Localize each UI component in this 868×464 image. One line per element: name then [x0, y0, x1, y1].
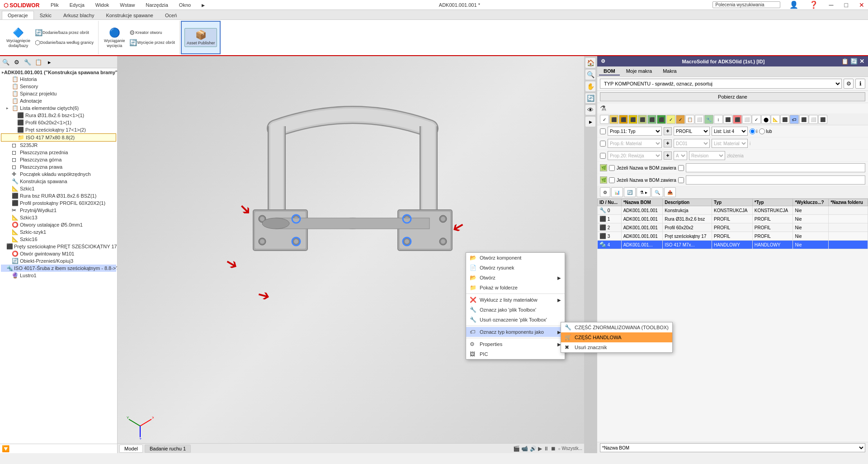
filter-prop-1[interactable]: Prop.11: Typ [608, 127, 662, 136]
menu-expand[interactable]: ▸ [200, 0, 207, 9]
rp-tb-24[interactable]: ⬛ [818, 115, 827, 124]
vt-zoom[interactable]: 🔍 [585, 70, 595, 80]
fetch-btn[interactable]: Pobierz dane [600, 92, 865, 101]
btn-wyciagnij-wycięcie[interactable]: 🔵 Wyciąganiewycięcia [102, 26, 127, 49]
cm-item-9[interactable]: 🖼 PIC [466, 349, 565, 359]
menu-edycja[interactable]: Edycja [68, 1, 86, 9]
rp-tb-4[interactable]: ⬛ [628, 115, 637, 124]
menu-plik[interactable]: Plik [49, 1, 61, 9]
rp-tb-21[interactable]: 🏷 [790, 115, 799, 124]
vt-more[interactable]: ▸ [585, 117, 595, 127]
rp-tb-11[interactable]: ⬜ [695, 115, 704, 124]
radio-lub[interactable] [759, 128, 765, 134]
cm-item-4[interactable]: ❌ Wyklucz z listy materiałów ▶ [466, 295, 565, 305]
cm-item-6[interactable]: 🔧 Usuń oznaczenie 'plik Toolbox' [466, 315, 565, 325]
menu-okno[interactable]: Okno [177, 1, 193, 9]
tree-item-21[interactable]: 📐 Szkic-szyk1 [1, 228, 116, 236]
cm-item-8[interactable]: ⚙ Properties ▶ [466, 339, 565, 349]
tree-item-15[interactable]: 📐 Szkic1 [1, 185, 116, 192]
cm-item-7[interactable]: 🏷 Oznacz typ komponentu jako ▶ [466, 327, 565, 337]
tree-item-19[interactable]: 📐 Szkic13 [1, 214, 116, 221]
tree-item-4[interactable]: ▸ 📋 Lista elementów ciętych(6) [1, 104, 116, 112]
act-refresh[interactable]: 🔄 [624, 187, 636, 197]
menu-widok[interactable]: Widok [94, 1, 111, 9]
filter-list-1[interactable]: List: List 4 [712, 127, 748, 136]
btn-wyciece-przez-obrot[interactable]: 🔄 Wycięcie przez obrót [127, 38, 176, 47]
sm-item-2[interactable]: ✖ Usuń znacznik [561, 342, 672, 352]
table-row[interactable]: 🔧 0 ADK001.001.001 Konstrukcja KONSTRUKC… [598, 206, 868, 215]
btn-creator-otworu[interactable]: ⚙ Kreator otworu [127, 28, 176, 37]
tree-item-18[interactable]: ✂ Przytnij/Wydłuż1 [1, 207, 116, 214]
tree-item-1[interactable]: 📋 Sensory [1, 83, 116, 90]
filter-list-3[interactable]: Revision [689, 151, 725, 160]
tree-item-8[interactable]: 📁 ISO 417 M7x80 8.8(2) [1, 133, 116, 142]
rp-tb-6[interactable]: ⬛ [647, 115, 656, 124]
filter-op-2[interactable]: + [664, 139, 672, 147]
tab-konstrukcje[interactable]: Konstrukcje spawane [100, 11, 159, 19]
tree-item-23[interactable]: ⬛ Pręty sześciokątne PRĘT SZEŚCIOKĄTNY 1… [1, 243, 116, 250]
vt-home[interactable]: 🏠 [585, 58, 595, 68]
rp-tb-22[interactable]: ⬛ [799, 115, 808, 124]
tree-item-22[interactable]: 📐 Szkic16 [1, 236, 116, 243]
tb-btn-3[interactable]: 🔧 [23, 57, 33, 67]
rp-tb-16[interactable]: ⬜ [742, 115, 751, 124]
rp-tb-19[interactable]: 📐 [771, 115, 780, 124]
table-row[interactable]: ⬛ 2 ADK001.001.001 Profil 60x20x2 PROFIL… [598, 223, 868, 232]
rp-tb-17[interactable]: ✓ [752, 115, 761, 124]
rp-tab-moje[interactable]: Moje makra [622, 67, 656, 76]
filter-val-2[interactable]: DC01 [674, 139, 710, 148]
name-filter-check-1b[interactable] [678, 165, 684, 171]
rp-tb-14[interactable]: ⬛ [723, 115, 732, 124]
filter-icon[interactable]: 🔽 [2, 445, 9, 452]
name-filter-check-2[interactable] [609, 177, 615, 183]
tb-btn-4[interactable]: 📋 [33, 57, 43, 67]
act-filter[interactable]: ⚗ ▸ [637, 187, 651, 197]
filter-prop-3[interactable]: Prop.20: Rewizja [608, 151, 662, 160]
rp-settings-btn[interactable]: ⚙ [844, 79, 854, 89]
help-icon[interactable]: ❓ [807, 0, 820, 10]
vt-view[interactable]: 👁 [585, 105, 595, 115]
name-filter-input-2[interactable] [686, 175, 865, 185]
rp-tb-7[interactable]: ⬛ [657, 115, 666, 124]
tree-item-14[interactable]: 🔧 Konstrukcja spawana [1, 178, 116, 185]
tree-item-25[interactable]: 🔄 Obiekt-Przenieś/Kopiuj3 [1, 257, 116, 265]
act-settings[interactable]: ⚙ [600, 187, 610, 197]
table-row[interactable]: ⬛ 1 ADK001.001.001 Rura Ø31.8x2.6 bsz PR… [598, 215, 868, 223]
name-filter-check-1[interactable] [609, 165, 615, 171]
tree-item-24[interactable]: ⭕ Otwór gwintowany M101 [1, 250, 116, 257]
vt-rotate[interactable]: 🔄 [585, 93, 595, 103]
tree-item-16[interactable]: ⬛ Rura bsz RURA Ø31.8x2.6 BSZ(1) [1, 192, 116, 199]
close-btn[interactable]: ✕ [857, 1, 866, 9]
btn-wyciagnij-scieze[interactable]: ⬡ Dodanie/baza według granicy [33, 38, 95, 47]
rp-tb-2[interactable]: ⬛ [609, 115, 618, 124]
act-search[interactable]: 🔍 [651, 187, 663, 197]
tb-btn-5[interactable]: ▸ [44, 57, 54, 67]
cm-item-2[interactable]: 📂 Otwórz ▶ [466, 273, 565, 283]
rp-tab-makra[interactable]: Makra [658, 67, 681, 76]
rp-tb-8[interactable]: ✓ [666, 115, 675, 124]
rp-tb-10[interactable]: 📋 [685, 115, 694, 124]
tree-item-26[interactable]: 🔩 ISO 4017-Śruba z łbem sześciokątnym - … [1, 265, 116, 272]
tb-btn-1[interactable]: 🔍 [1, 57, 11, 67]
btn-dodaj-baza-obrot[interactable]: 🔄 Dodanie/baza przez obrót [33, 28, 95, 37]
rp-tb-18[interactable]: ⬤ [761, 115, 770, 124]
tab-model[interactable]: Model [119, 445, 143, 453]
tab-ocen[interactable]: Oceń [159, 11, 183, 19]
rp-bottom-dropdown[interactable]: *Nazwa BOM [600, 443, 865, 452]
rp-tb-13[interactable]: ↕ [714, 115, 723, 124]
tree-item-9[interactable]: ◻ S235JR [1, 142, 116, 149]
tree-item-7[interactable]: ⬛ Pręt sześciokątny 17<1>(2) [1, 126, 116, 133]
rp-tb-12[interactable]: 🔧 [704, 115, 713, 124]
tab-szkic[interactable]: Szkic [34, 11, 57, 19]
tree-item-2[interactable]: 📋 Spinacz projektu [1, 90, 116, 97]
minimize-btn[interactable]: ─ [827, 1, 835, 9]
radio-i[interactable] [750, 128, 755, 134]
act-table[interactable]: 📊 [611, 187, 623, 197]
filter-val-3[interactable]: A [674, 151, 687, 160]
rp-tb-23[interactable]: ⬜ [809, 115, 818, 124]
rp-btn-copy[interactable]: 📋 [841, 58, 849, 65]
tree-item-5[interactable]: ⬛ Rura Ø31.8x2.6 bsz<1>(1) [1, 112, 116, 119]
table-row[interactable]: 🔩 4 ADK001.001... ISO 417 M7x... HANDLOW… [598, 241, 868, 249]
rp-tb-15[interactable]: ⬛ [733, 115, 742, 124]
maximize-btn[interactable]: □ [843, 1, 850, 9]
